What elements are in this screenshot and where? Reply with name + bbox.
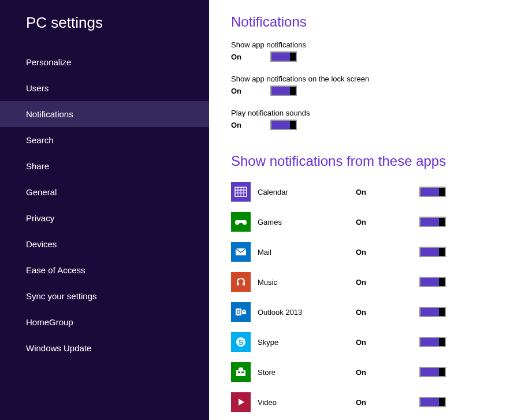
sidebar-item-label: HomeGroup xyxy=(26,317,73,327)
toggle-handle xyxy=(290,121,296,129)
app-row-store: Store On xyxy=(231,362,510,382)
app-row-calendar: Calendar On xyxy=(231,182,510,202)
toggle-app-mail[interactable] xyxy=(419,247,446,257)
games-icon xyxy=(231,212,251,232)
app-name: Store xyxy=(258,368,356,377)
toggle-show-app-notifications[interactable] xyxy=(270,51,297,62)
sidebar-item-notifications[interactable]: Notifications xyxy=(0,101,209,127)
app-state: On xyxy=(356,308,419,317)
setting-label: Show app notifications on the lock scree… xyxy=(231,75,510,83)
sidebar-item-label: Privacy xyxy=(26,213,54,223)
sidebar-item-devices[interactable]: Devices xyxy=(0,231,209,257)
app-state: On xyxy=(356,188,419,196)
main-panel: Notifications Show app notifications On … xyxy=(209,0,510,420)
app-state: On xyxy=(356,218,419,226)
setting-show-app-notifications: Show app notifications On xyxy=(231,40,510,62)
app-state: On xyxy=(356,398,419,407)
skype-icon: S xyxy=(231,332,251,352)
app-row-music: Music On xyxy=(231,272,510,292)
app-state: On xyxy=(356,248,419,257)
outlook-icon: O xyxy=(231,302,251,322)
sidebar-item-label: Personalize xyxy=(26,57,71,67)
sidebar: PC settings Personalize Users Notificati… xyxy=(0,0,209,420)
sidebar-item-homegroup[interactable]: HomeGroup xyxy=(0,309,209,335)
toggle-handle xyxy=(439,278,445,286)
app-name: Games xyxy=(258,218,356,226)
section-title-apps: Show notifications from these apps xyxy=(231,153,510,169)
sidebar-item-label: Ease of Access xyxy=(26,265,85,275)
section-title-notifications: Notifications xyxy=(231,14,510,30)
app-name: Video xyxy=(258,398,356,407)
toggle-handle xyxy=(290,53,296,61)
app-name: Calendar xyxy=(258,188,356,196)
setting-lock-screen-notifications: Show app notifications on the lock scree… xyxy=(231,75,510,96)
setting-state: On xyxy=(231,87,270,95)
setting-state: On xyxy=(231,53,270,61)
toggle-app-music[interactable] xyxy=(419,277,446,287)
toggle-handle xyxy=(290,87,296,95)
toggle-app-store[interactable] xyxy=(419,367,446,377)
app-row-mail: Mail On xyxy=(231,242,510,262)
sidebar-item-search[interactable]: Search xyxy=(0,127,209,153)
app-row-outlook: O Outlook 2013 On xyxy=(231,302,510,322)
app-state: On xyxy=(356,368,419,377)
toggle-app-video[interactable] xyxy=(419,397,446,407)
store-icon xyxy=(231,362,251,382)
app-row-video: Video On xyxy=(231,392,510,412)
sidebar-item-sync-your-settings[interactable]: Sync your settings xyxy=(0,283,209,309)
setting-label: Show app notifications xyxy=(231,40,510,49)
sidebar-item-label: Search xyxy=(26,135,54,145)
setting-label: Play notification sounds xyxy=(231,109,510,117)
toggle-handle xyxy=(439,308,445,316)
toggle-notification-sounds[interactable] xyxy=(270,120,297,130)
svg-text:S: S xyxy=(239,338,244,347)
toggle-app-games[interactable] xyxy=(419,217,446,227)
sidebar-item-label: General xyxy=(26,187,57,197)
sidebar-item-label: Devices xyxy=(26,239,57,249)
app-row-skype: S Skype On xyxy=(231,332,510,352)
sidebar-item-label: Sync your settings xyxy=(26,291,97,301)
toggle-handle xyxy=(439,218,445,226)
toggle-app-outlook[interactable] xyxy=(419,307,446,317)
toggle-handle xyxy=(439,188,445,196)
toggle-app-skype[interactable] xyxy=(419,337,446,347)
sidebar-item-windows-update[interactable]: Windows Update xyxy=(0,335,209,361)
app-name: Skype xyxy=(258,338,356,347)
sidebar-item-share[interactable]: Share xyxy=(0,153,209,179)
toggle-app-calendar[interactable] xyxy=(419,187,446,197)
svg-rect-12 xyxy=(238,371,240,373)
app-state: On xyxy=(356,278,419,287)
toggle-handle xyxy=(439,248,445,256)
sidebar-item-general[interactable]: General xyxy=(0,179,209,205)
svg-rect-13 xyxy=(241,371,244,373)
page-title: PC settings xyxy=(0,14,209,49)
setting-state: On xyxy=(231,121,270,129)
app-name: Outlook 2013 xyxy=(258,308,356,317)
sidebar-item-label: Share xyxy=(26,161,49,171)
toggle-handle xyxy=(439,338,445,346)
toggle-handle xyxy=(439,368,445,376)
sidebar-item-personalize[interactable]: Personalize xyxy=(0,49,209,75)
app-name: Mail xyxy=(258,248,356,257)
video-icon xyxy=(231,392,251,412)
sidebar-item-ease-of-access[interactable]: Ease of Access xyxy=(0,257,209,283)
toggle-handle xyxy=(439,398,445,406)
sidebar-item-label: Windows Update xyxy=(26,343,91,353)
calendar-icon xyxy=(231,182,251,202)
app-row-games: Games On xyxy=(231,212,510,232)
app-state: On xyxy=(356,338,419,347)
sidebar-item-privacy[interactable]: Privacy xyxy=(0,205,209,231)
svg-text:O: O xyxy=(236,309,240,315)
mail-icon xyxy=(231,242,251,262)
app-name: Music xyxy=(258,278,356,287)
sidebar-item-label: Users xyxy=(26,83,49,93)
music-icon xyxy=(231,272,251,292)
sidebar-item-label: Notifications xyxy=(26,109,73,119)
toggle-lock-screen-notifications[interactable] xyxy=(270,86,297,96)
setting-notification-sounds: Play notification sounds On xyxy=(231,109,510,130)
sidebar-item-users[interactable]: Users xyxy=(0,75,209,101)
